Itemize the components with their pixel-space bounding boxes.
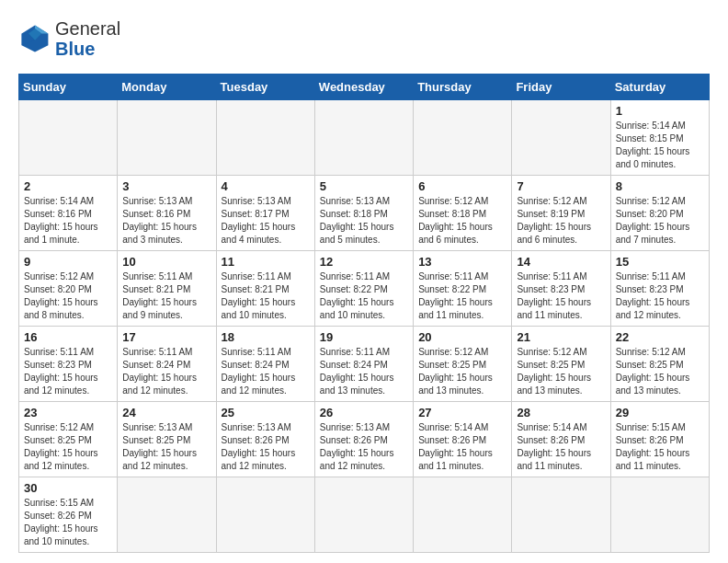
day-info: Sunrise: 5:12 AM Sunset: 8:25 PM Dayligh…	[24, 421, 112, 473]
calendar-cell	[216, 100, 314, 176]
calendar-cell: 11Sunrise: 5:11 AM Sunset: 8:21 PM Dayli…	[216, 251, 314, 327]
calendar-cell: 25Sunrise: 5:13 AM Sunset: 8:26 PM Dayli…	[216, 402, 314, 477]
day-number: 3	[122, 179, 210, 193]
calendar-cell	[610, 477, 709, 553]
calendar-cell: 17Sunrise: 5:11 AM Sunset: 8:24 PM Dayli…	[118, 327, 216, 402]
calendar-cell: 19Sunrise: 5:11 AM Sunset: 8:24 PM Dayli…	[314, 327, 413, 402]
calendar-cell: 15Sunrise: 5:11 AM Sunset: 8:23 PM Dayli…	[610, 251, 709, 327]
calendar-cell	[19, 100, 118, 176]
calendar-cell: 5Sunrise: 5:13 AM Sunset: 8:18 PM Daylig…	[314, 176, 413, 251]
day-number: 25	[222, 406, 310, 419]
day-number: 4	[222, 179, 310, 193]
day-number: 8	[616, 179, 704, 193]
day-info: Sunrise: 5:11 AM Sunset: 8:21 PM Dayligh…	[222, 270, 310, 322]
calendar-cell: 24Sunrise: 5:13 AM Sunset: 8:25 PM Dayli…	[118, 402, 216, 477]
day-info: Sunrise: 5:11 AM Sunset: 8:23 PM Dayligh…	[24, 346, 112, 397]
calendar-cell: 7Sunrise: 5:12 AM Sunset: 8:19 PM Daylig…	[512, 176, 610, 251]
calendar-cell: 2Sunrise: 5:14 AM Sunset: 8:16 PM Daylig…	[19, 176, 118, 251]
logo-text: General Blue	[55, 18, 120, 59]
day-number: 30	[24, 481, 112, 495]
day-number: 1	[616, 104, 704, 118]
calendar-cell: 8Sunrise: 5:12 AM Sunset: 8:20 PM Daylig…	[610, 176, 709, 251]
day-number: 18	[222, 330, 310, 344]
logo-icon	[18, 22, 51, 55]
day-info: Sunrise: 5:11 AM Sunset: 8:21 PM Dayligh…	[122, 270, 210, 322]
calendar-cell: 21Sunrise: 5:12 AM Sunset: 8:25 PM Dayli…	[512, 327, 610, 402]
day-info: Sunrise: 5:12 AM Sunset: 8:20 PM Dayligh…	[616, 195, 704, 247]
calendar-cell: 10Sunrise: 5:11 AM Sunset: 8:21 PM Dayli…	[118, 251, 216, 327]
day-number: 22	[616, 330, 704, 344]
calendar-cell: 18Sunrise: 5:11 AM Sunset: 8:24 PM Dayli…	[216, 327, 314, 402]
day-number: 26	[320, 406, 408, 419]
calendar-cell	[414, 477, 512, 553]
weekday-header: Wednesday	[314, 75, 413, 100]
day-number: 7	[517, 179, 605, 193]
calendar-cell	[216, 477, 314, 553]
calendar-cell	[118, 100, 216, 176]
day-info: Sunrise: 5:11 AM Sunset: 8:24 PM Dayligh…	[320, 346, 408, 397]
day-number: 24	[122, 406, 210, 419]
calendar-cell: 16Sunrise: 5:11 AM Sunset: 8:23 PM Dayli…	[19, 327, 118, 402]
day-info: Sunrise: 5:13 AM Sunset: 8:18 PM Dayligh…	[320, 195, 408, 247]
day-number: 11	[222, 255, 310, 269]
day-info: Sunrise: 5:12 AM Sunset: 8:25 PM Dayligh…	[517, 346, 605, 397]
day-info: Sunrise: 5:12 AM Sunset: 8:19 PM Dayligh…	[517, 195, 605, 247]
day-number: 15	[616, 255, 704, 269]
calendar-cell: 28Sunrise: 5:14 AM Sunset: 8:26 PM Dayli…	[512, 402, 610, 477]
day-info: Sunrise: 5:15 AM Sunset: 8:26 PM Dayligh…	[616, 421, 704, 473]
calendar-cell	[512, 100, 610, 176]
day-info: Sunrise: 5:11 AM Sunset: 8:23 PM Dayligh…	[616, 270, 704, 322]
day-number: 17	[122, 330, 210, 344]
day-info: Sunrise: 5:11 AM Sunset: 8:22 PM Dayligh…	[418, 270, 506, 322]
logo: General Blue	[18, 18, 120, 59]
day-info: Sunrise: 5:11 AM Sunset: 8:24 PM Dayligh…	[222, 346, 310, 397]
calendar-cell	[414, 100, 512, 176]
day-info: Sunrise: 5:11 AM Sunset: 8:23 PM Dayligh…	[517, 270, 605, 322]
day-number: 12	[320, 255, 408, 269]
calendar-cell	[314, 477, 413, 553]
day-info: Sunrise: 5:15 AM Sunset: 8:26 PM Dayligh…	[24, 497, 112, 548]
page-header: General Blue	[18, 18, 710, 59]
day-number: 29	[616, 406, 704, 419]
day-info: Sunrise: 5:13 AM Sunset: 8:17 PM Dayligh…	[222, 195, 310, 247]
calendar-cell: 12Sunrise: 5:11 AM Sunset: 8:22 PM Dayli…	[314, 251, 413, 327]
day-number: 13	[418, 255, 506, 269]
day-info: Sunrise: 5:13 AM Sunset: 8:26 PM Dayligh…	[320, 421, 408, 473]
day-number: 9	[24, 255, 112, 269]
day-number: 21	[517, 330, 605, 344]
day-info: Sunrise: 5:11 AM Sunset: 8:24 PM Dayligh…	[122, 346, 210, 397]
weekday-header: Sunday	[19, 75, 118, 100]
day-info: Sunrise: 5:12 AM Sunset: 8:20 PM Dayligh…	[24, 270, 112, 322]
day-number: 16	[24, 330, 112, 344]
day-info: Sunrise: 5:13 AM Sunset: 8:16 PM Dayligh…	[122, 195, 210, 247]
day-info: Sunrise: 5:14 AM Sunset: 8:16 PM Dayligh…	[24, 195, 112, 247]
day-number: 6	[418, 179, 506, 193]
weekday-header: Thursday	[414, 75, 512, 100]
day-info: Sunrise: 5:12 AM Sunset: 8:18 PM Dayligh…	[418, 195, 506, 247]
day-number: 23	[24, 406, 112, 419]
day-number: 5	[320, 179, 408, 193]
day-info: Sunrise: 5:12 AM Sunset: 8:25 PM Dayligh…	[616, 346, 704, 397]
weekday-header: Friday	[512, 75, 610, 100]
day-info: Sunrise: 5:14 AM Sunset: 8:26 PM Dayligh…	[517, 421, 605, 473]
weekday-header: Saturday	[610, 75, 709, 100]
calendar-cell: 29Sunrise: 5:15 AM Sunset: 8:26 PM Dayli…	[610, 402, 709, 477]
day-number: 14	[517, 255, 605, 269]
calendar-cell: 22Sunrise: 5:12 AM Sunset: 8:25 PM Dayli…	[610, 327, 709, 402]
calendar-cell: 6Sunrise: 5:12 AM Sunset: 8:18 PM Daylig…	[414, 176, 512, 251]
calendar-cell: 14Sunrise: 5:11 AM Sunset: 8:23 PM Dayli…	[512, 251, 610, 327]
day-info: Sunrise: 5:14 AM Sunset: 8:15 PM Dayligh…	[616, 120, 704, 171]
day-number: 28	[517, 406, 605, 419]
calendar-cell: 30Sunrise: 5:15 AM Sunset: 8:26 PM Dayli…	[19, 477, 118, 553]
calendar-cell: 23Sunrise: 5:12 AM Sunset: 8:25 PM Dayli…	[19, 402, 118, 477]
day-number: 10	[122, 255, 210, 269]
day-info: Sunrise: 5:11 AM Sunset: 8:22 PM Dayligh…	[320, 270, 408, 322]
day-info: Sunrise: 5:13 AM Sunset: 8:25 PM Dayligh…	[122, 421, 210, 473]
calendar-cell	[314, 100, 413, 176]
calendar-cell: 3Sunrise: 5:13 AM Sunset: 8:16 PM Daylig…	[118, 176, 216, 251]
calendar-cell: 13Sunrise: 5:11 AM Sunset: 8:22 PM Dayli…	[414, 251, 512, 327]
day-info: Sunrise: 5:13 AM Sunset: 8:26 PM Dayligh…	[222, 421, 310, 473]
weekday-header: Monday	[118, 75, 216, 100]
calendar-cell: 4Sunrise: 5:13 AM Sunset: 8:17 PM Daylig…	[216, 176, 314, 251]
calendar-cell	[512, 477, 610, 553]
